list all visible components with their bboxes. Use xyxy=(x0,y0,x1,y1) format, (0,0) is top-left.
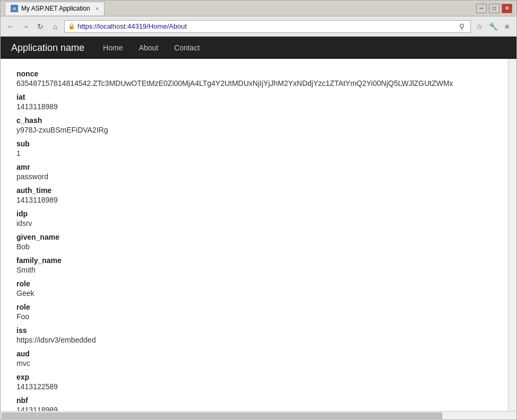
tab-bar: ie My ASP.NET Application × xyxy=(5,2,105,15)
claim-key-12: aud xyxy=(16,349,492,358)
claim-value-12: mvc xyxy=(16,359,492,368)
tab-title: My ASP.NET Application xyxy=(21,5,90,12)
claim-value-2: y978J-zxuBSmEFiDVA2IRg xyxy=(16,126,492,134)
title-bar: ie My ASP.NET Application × ─ □ ✕ xyxy=(1,1,516,16)
claim-value-14: 1413118989 xyxy=(16,406,492,411)
claim-value-13: 1413122589 xyxy=(16,382,492,391)
nav-link-home[interactable]: Home xyxy=(95,38,131,57)
claim-value-8: Smith xyxy=(16,266,492,274)
claim-value-7: Bob xyxy=(16,242,492,251)
horizontal-scrollbar[interactable] xyxy=(1,411,516,419)
page-content: nonce635487157814814542.ZTc3MDUwOTEtMzE0… xyxy=(1,59,508,411)
claim-value-6: idsrv xyxy=(16,219,492,228)
claim-value-1: 1413118989 xyxy=(16,102,492,111)
close-button[interactable]: ✕ xyxy=(502,4,512,13)
address-text: https://localhost:44319/Home/About xyxy=(77,22,454,30)
tab-close-button[interactable]: × xyxy=(96,5,99,12)
claim-key-0: nonce xyxy=(16,69,492,78)
lock-icon: 🔒 xyxy=(68,23,75,30)
claim-key-7: given_name xyxy=(16,233,492,241)
window-controls: ─ □ ✕ xyxy=(476,4,512,13)
toolbar-right-icons: ☆ 🔧 ≡ xyxy=(474,21,512,32)
nav-link-contact[interactable]: Contact xyxy=(166,38,208,57)
refresh-button[interactable]: ↻ xyxy=(35,21,46,32)
claim-key-2: c_hash xyxy=(16,116,492,125)
app-navbar: Application name Home About Contact xyxy=(1,37,516,59)
claim-key-13: exp xyxy=(16,373,492,381)
claim-key-3: sub xyxy=(16,139,492,148)
minimize-button[interactable]: ─ xyxy=(476,4,487,13)
home-button[interactable]: ⌂ xyxy=(49,21,61,32)
claim-value-4: password xyxy=(16,172,492,181)
browser-toolbar: ← → ↻ ⌂ 🔒 https://localhost:44319/Home/A… xyxy=(1,16,516,37)
nav-links: Home About Contact xyxy=(95,38,208,57)
claim-key-9: role xyxy=(16,279,492,288)
claim-value-9: Geek xyxy=(16,289,492,298)
nav-link-about[interactable]: About xyxy=(131,38,166,57)
claim-key-14: nbf xyxy=(16,396,492,405)
forward-button[interactable]: → xyxy=(20,21,31,32)
browser-window: ie My ASP.NET Application × ─ □ ✕ ← → ↻ … xyxy=(0,0,517,420)
claim-value-5: 1413118989 xyxy=(16,196,492,204)
claim-value-10: Foo xyxy=(16,312,492,321)
claim-key-4: amr xyxy=(16,163,492,171)
maximize-button[interactable]: □ xyxy=(489,4,499,13)
vertical-scrollbar[interactable] xyxy=(508,59,516,411)
tab-favicon: ie xyxy=(11,5,18,12)
claim-key-11: iss xyxy=(16,326,492,335)
claim-value-0: 635487157814814542.ZTc3MDUwOTEtMzE0Zi00M… xyxy=(16,79,492,88)
address-bar[interactable]: 🔒 https://localhost:44319/Home/About ⚲ xyxy=(64,20,471,33)
search-icon[interactable]: ⚲ xyxy=(456,21,467,32)
claim-key-5: auth_time xyxy=(16,186,492,195)
menu-icon[interactable]: ≡ xyxy=(502,21,512,32)
claim-value-3: 1 xyxy=(16,149,492,158)
browser-tab[interactable]: ie My ASP.NET Application × xyxy=(5,2,105,15)
claim-key-8: family_name xyxy=(16,256,492,265)
claim-value-11: https://idsrv3/embedded xyxy=(16,336,492,344)
claim-key-1: iat xyxy=(16,93,492,101)
claim-key-10: role xyxy=(16,303,492,311)
claim-key-6: idp xyxy=(16,209,492,218)
app-brand: Application name xyxy=(11,42,84,54)
h-scroll-thumb[interactable] xyxy=(2,413,442,419)
star-icon[interactable]: ☆ xyxy=(474,21,485,32)
tools-icon[interactable]: 🔧 xyxy=(488,21,498,32)
back-button[interactable]: ← xyxy=(5,21,16,32)
